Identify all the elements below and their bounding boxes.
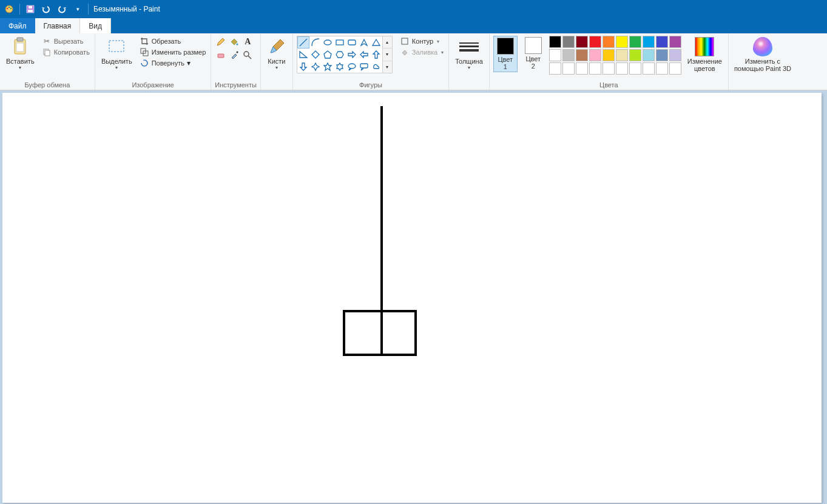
svg-marker-31	[324, 63, 331, 70]
color-swatch[interactable]	[629, 36, 641, 48]
shape-fill-button[interactable]: Заливка ▾	[399, 47, 445, 58]
shape-polygon[interactable]	[358, 36, 370, 49]
fill-tool[interactable]	[228, 36, 240, 48]
shape-arrow-up[interactable]	[370, 49, 382, 61]
shapes-scroll-down[interactable]: ▾	[383, 49, 392, 61]
shape-diamond[interactable]	[309, 49, 322, 61]
color-swatch[interactable]	[669, 62, 681, 75]
shape-rect[interactable]	[334, 36, 346, 49]
thickness-button[interactable]: Толщина ▾	[453, 36, 485, 72]
text-tool[interactable]: A	[241, 36, 254, 48]
color-swatch[interactable]	[549, 49, 561, 61]
color-swatch[interactable]	[629, 62, 641, 75]
tab-file[interactable]: Файл	[0, 18, 35, 33]
shape-star4[interactable]	[309, 61, 322, 73]
color-swatch[interactable]	[643, 36, 655, 48]
select-button[interactable]: Выделить ▾	[99, 36, 135, 72]
window-title: Безымянный - Paint	[93, 5, 160, 13]
color2-swatch	[525, 37, 542, 54]
shape-oval[interactable]	[322, 36, 334, 49]
shape-roundrect[interactable]	[346, 36, 358, 49]
svg-point-33	[348, 64, 356, 69]
shapes-scroll-up[interactable]: ▴	[383, 36, 392, 49]
cut-button[interactable]: ✂ Вырезать	[41, 36, 91, 47]
color-swatch[interactable]	[629, 49, 641, 61]
shape-triangle[interactable]	[370, 36, 382, 49]
save-icon[interactable]	[24, 2, 37, 16]
shapes-expand[interactable]: ▾	[383, 61, 392, 73]
shape-callout-cloud[interactable]	[370, 61, 382, 73]
shape-right-triangle[interactable]	[297, 49, 309, 61]
color-swatch[interactable]	[669, 49, 681, 61]
color-swatch[interactable]	[656, 62, 668, 75]
outline-icon	[400, 36, 410, 46]
copy-button[interactable]: Копировать	[41, 47, 91, 58]
shape-hexagon[interactable]	[334, 49, 346, 61]
color-swatch[interactable]	[643, 62, 655, 75]
rotate-button[interactable]: Повернуть ▾	[138, 58, 208, 69]
thickness-label: Толщина	[455, 58, 483, 65]
paint3d-button[interactable]: Изменить с помощью Paint 3D	[732, 36, 793, 73]
color-picker-tool[interactable]	[228, 49, 240, 61]
edit-colors-label: Изменение цветов	[687, 58, 722, 72]
svg-point-18	[244, 52, 249, 56]
color1-label: Цвет 1	[498, 56, 513, 70]
resize-icon	[140, 47, 149, 57]
eraser-tool[interactable]	[215, 49, 227, 61]
shape-arrow-right[interactable]	[346, 49, 358, 61]
color-swatch[interactable]	[656, 49, 668, 61]
canvas[interactable]	[2, 93, 822, 503]
color-swatch[interactable]	[656, 36, 668, 48]
paste-button[interactable]: Вставить ▾	[4, 36, 37, 72]
color-swatch[interactable]	[616, 62, 628, 75]
copy-icon	[42, 47, 52, 57]
color-swatch[interactable]	[576, 62, 588, 75]
shape-curve[interactable]	[309, 36, 322, 49]
shape-outline-button[interactable]: Контур ▾	[399, 36, 445, 47]
color-swatch[interactable]	[562, 36, 575, 48]
color-swatch[interactable]	[603, 49, 615, 61]
shape-callout-rect[interactable]	[358, 61, 370, 73]
shape-star6[interactable]	[334, 61, 346, 73]
shape-arrow-left[interactable]	[358, 49, 370, 61]
pencil-tool[interactable]	[215, 36, 227, 48]
cut-label: Вырезать	[54, 38, 84, 45]
color-swatch[interactable]	[562, 62, 575, 75]
shape-callout-round[interactable]	[346, 61, 358, 73]
color-swatch[interactable]	[576, 36, 588, 48]
crop-icon	[140, 36, 149, 46]
color-swatch[interactable]	[589, 62, 601, 75]
group-image: Выделить ▾ Обрезать Изменить размер	[95, 33, 211, 90]
color-swatch[interactable]	[643, 49, 655, 61]
color1-button[interactable]: Цвет 1	[493, 36, 518, 72]
brushes-button[interactable]: Кисти ▾	[265, 36, 289, 72]
redo-icon[interactable]	[55, 2, 69, 16]
shape-pentagon[interactable]	[322, 49, 334, 61]
color-swatch[interactable]	[589, 36, 601, 48]
svg-rect-16	[218, 54, 224, 58]
edit-colors-button[interactable]: Изменение цветов	[685, 36, 724, 73]
color2-button[interactable]: Цвет 2	[521, 36, 545, 71]
undo-icon[interactable]	[39, 2, 53, 16]
tab-view[interactable]: Вид	[79, 18, 111, 33]
shapes-gallery[interactable]	[297, 36, 383, 73]
color-swatch[interactable]	[603, 36, 615, 48]
crop-button[interactable]: Обрезать	[138, 36, 208, 47]
color-swatch[interactable]	[603, 62, 615, 75]
qat-customize-icon[interactable]: ▾	[71, 2, 84, 16]
color-swatch[interactable]	[589, 49, 601, 61]
color-swatch[interactable]	[669, 36, 681, 48]
shape-arrow-down[interactable]	[297, 61, 309, 73]
color-swatch[interactable]	[576, 49, 588, 61]
color-swatch[interactable]	[562, 49, 575, 61]
shape-star5[interactable]	[322, 61, 334, 73]
magnifier-tool[interactable]	[241, 49, 254, 61]
resize-button[interactable]: Изменить размер	[138, 47, 208, 58]
copy-label: Копировать	[54, 49, 90, 56]
tab-home[interactable]: Главная	[35, 18, 80, 33]
color-swatch[interactable]	[616, 49, 628, 61]
color-swatch[interactable]	[549, 36, 561, 48]
shape-line[interactable]	[297, 36, 309, 49]
color-swatch[interactable]	[549, 62, 561, 75]
color-swatch[interactable]	[616, 36, 628, 48]
